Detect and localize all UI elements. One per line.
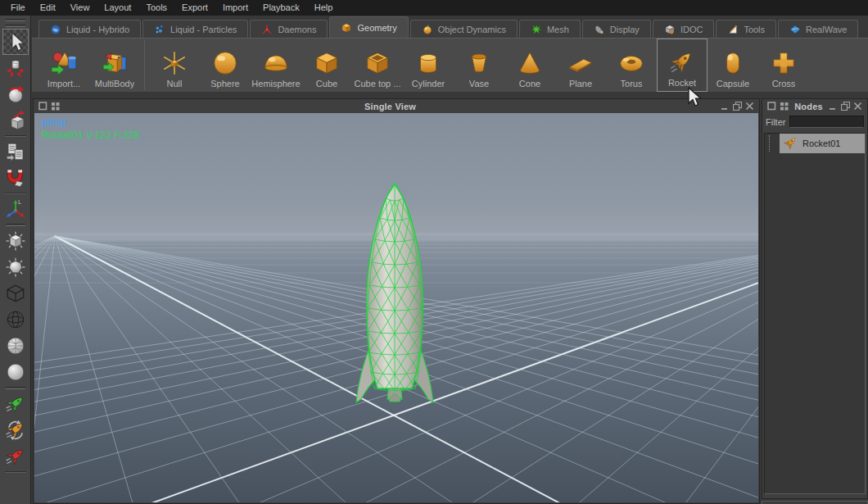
- capsule-icon: [719, 49, 747, 77]
- objdyn-icon: [422, 24, 433, 35]
- close-icon[interactable]: [853, 102, 862, 111]
- tab-geometry[interactable]: Geometry: [329, 16, 408, 39]
- toolbar-null[interactable]: Null: [149, 39, 200, 92]
- toolbar-item-label: MultiBody: [95, 79, 134, 89]
- daemons-icon: [261, 24, 273, 35]
- tab-idoc[interactable]: IDOC: [653, 20, 715, 39]
- menu-layout[interactable]: Layout: [97, 0, 138, 16]
- toolbar-item-label: Null: [167, 79, 183, 89]
- toolbar-import[interactable]: Import...: [38, 39, 89, 92]
- toolbar-cross[interactable]: Cross: [758, 39, 809, 92]
- filter-row: Filter: [762, 113, 867, 129]
- tab-liquid-particles[interactable]: Liquid - Particles: [142, 20, 248, 39]
- toolbar-cylinder[interactable]: Cylinder: [403, 39, 454, 92]
- menu-bar: FileEditViewLayoutToolsExportImportPlayb…: [0, 0, 868, 16]
- toolbar-cube[interactable]: Cube: [301, 39, 352, 92]
- nodes-titlebar: Nodes: [762, 99, 867, 113]
- particles-icon: [154, 24, 165, 35]
- viewport-title: Single View: [61, 102, 719, 111]
- tool-copy[interactable]: [2, 138, 29, 165]
- tab-label: Mesh: [547, 25, 569, 34]
- toolbar-multibody[interactable]: MultiBody: [89, 39, 140, 92]
- camera-label: persp: [42, 116, 139, 129]
- tool-rocketred[interactable]: [2, 443, 29, 470]
- quad-view-icon[interactable]: [780, 102, 789, 111]
- minimize-icon[interactable]: [829, 102, 838, 111]
- viewport-window: Single View: [33, 98, 760, 504]
- quad-view-icon[interactable]: [51, 102, 60, 111]
- tab-label: Display: [610, 25, 640, 34]
- tool-attach[interactable]: [2, 165, 29, 191]
- minimize-icon[interactable]: [721, 102, 730, 111]
- tab-daemons[interactable]: Daemons: [250, 20, 328, 39]
- scale-icon: [5, 110, 26, 131]
- menu-file[interactable]: File: [3, 0, 33, 16]
- menu-import[interactable]: Import: [215, 0, 255, 16]
- menu-export[interactable]: Export: [174, 0, 215, 16]
- sidebar-grip[interactable]: [6, 19, 25, 21]
- menu-playback[interactable]: Playback: [255, 0, 307, 16]
- toolbar-capsule[interactable]: Capsule: [708, 39, 758, 92]
- toolbar-item-label: Rocket: [668, 78, 696, 88]
- toolbar-item-label: Capsule: [717, 79, 749, 89]
- tool-scale[interactable]: [2, 107, 29, 134]
- tree-gutter: [769, 135, 780, 152]
- toolbar-item-label: Plane: [569, 79, 592, 89]
- shadeflat-icon: [5, 230, 26, 252]
- tool-shadesmooth[interactable]: [2, 254, 29, 280]
- tab-tools[interactable]: Tools: [716, 20, 776, 39]
- single-view-icon[interactable]: [767, 102, 776, 111]
- sidebar-grip[interactable]: [6, 25, 25, 27]
- filter-input[interactable]: [789, 116, 864, 128]
- close-icon[interactable]: [745, 102, 754, 111]
- toolbar-plane[interactable]: Plane: [555, 39, 606, 92]
- toolbar-item-label: Cube: [316, 79, 337, 89]
- realwave-icon: [789, 24, 801, 35]
- tool-rocketrecycle[interactable]: [2, 417, 29, 443]
- single-view-icon[interactable]: [38, 102, 47, 111]
- tab-mesh[interactable]: Mesh: [519, 20, 581, 39]
- tool-rotate[interactable]: [2, 81, 29, 107]
- tool-sphereplain[interactable]: [2, 359, 29, 385]
- tab-label: Daemons: [278, 25, 316, 34]
- tool-wirecube[interactable]: [2, 280, 29, 306]
- tab-realwave[interactable]: RealWave: [778, 20, 858, 39]
- restore-icon[interactable]: [841, 102, 850, 111]
- menu-help[interactable]: Help: [307, 0, 341, 16]
- toolbar-torus[interactable]: Torus: [606, 39, 657, 92]
- toolbar-hemisphere[interactable]: Hemisphere: [251, 39, 301, 92]
- restore-icon[interactable]: [733, 102, 742, 111]
- menu-edit[interactable]: Edit: [33, 0, 63, 16]
- rotate-icon: [5, 84, 26, 105]
- hemisphere-icon: [262, 49, 290, 77]
- sphereplain-icon: [5, 361, 26, 383]
- tab-liquid-hybrido[interactable]: Liquid - Hybrido: [38, 20, 141, 39]
- filter-label: Filter: [766, 117, 785, 127]
- node-rocket01[interactable]: Rocket01: [765, 134, 865, 153]
- tool-axes[interactable]: [2, 196, 29, 222]
- toolbar-item-label: Cone: [519, 79, 540, 89]
- menu-view[interactable]: View: [63, 0, 97, 16]
- toolbar-rocket[interactable]: Rocket: [657, 39, 708, 92]
- tool-facetsphere[interactable]: [2, 333, 29, 359]
- toolbar-sphere[interactable]: Sphere: [200, 39, 251, 92]
- toolbar-item-label: Cylinder: [412, 79, 445, 89]
- tab-object-dynamics[interactable]: Object Dynamics: [410, 20, 518, 39]
- menu-tools[interactable]: Tools: [138, 0, 174, 16]
- viewport-canvas[interactable]: persp Rocket01 V:122 F:228: [34, 113, 758, 502]
- select-icon: [5, 31, 26, 52]
- tab-display[interactable]: Display: [582, 20, 651, 39]
- tool-move[interactable]: [2, 55, 29, 81]
- nodes-list: Rocket01: [764, 133, 866, 494]
- nullobj-icon: [160, 49, 188, 77]
- rocket-icon: [668, 48, 696, 76]
- tool-select[interactable]: [2, 29, 29, 55]
- tool-shadeflat[interactable]: [2, 228, 29, 254]
- plane-icon: [567, 49, 594, 77]
- toolbar-vase[interactable]: Vase: [454, 39, 504, 92]
- toolbar-cube-top[interactable]: Cube top ...: [352, 39, 403, 92]
- toolbar-cone[interactable]: Cone: [504, 39, 555, 92]
- tool-wiresphere[interactable]: [2, 306, 29, 333]
- tool-rocketc[interactable]: [2, 391, 29, 417]
- rocketrecycle-icon: [5, 420, 26, 441]
